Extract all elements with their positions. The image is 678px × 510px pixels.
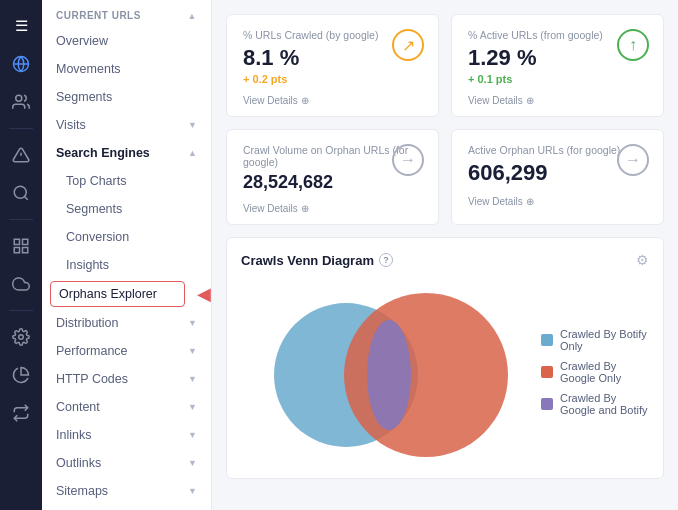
card-3-icon: → xyxy=(392,144,424,176)
venn-legend: Crawled By Botify Only Crawled By Google… xyxy=(521,328,649,416)
nav-item-orphans-explorer[interactable]: Orphans Explorer xyxy=(50,281,185,307)
card-3-view-details[interactable]: View Details ⊕ xyxy=(243,203,422,214)
view-details-1-icon: ⊕ xyxy=(301,95,309,106)
svg-rect-7 xyxy=(23,239,28,244)
nav-item-outlinks[interactable]: Outlinks ▼ xyxy=(42,449,211,477)
venn-title: Crawls Venn Diagram ? xyxy=(241,253,393,268)
card-4-view-details[interactable]: View Details ⊕ xyxy=(468,196,647,207)
users-icon[interactable] xyxy=(3,86,39,118)
nav-item-search-engines[interactable]: Search Engines ▲ xyxy=(42,139,211,167)
legend-dot-botify xyxy=(541,334,553,346)
nav-item-insights[interactable]: Insights xyxy=(42,251,211,279)
card-crawl-volume: → Crawl Volume on Orphan URLs (for googl… xyxy=(226,129,439,225)
svg-point-13 xyxy=(367,320,411,430)
legend-dot-google xyxy=(541,366,553,378)
nav-item-segments-sub[interactable]: Segments xyxy=(42,195,211,223)
svg-point-4 xyxy=(14,186,26,198)
nav-item-conversion[interactable]: Conversion xyxy=(42,223,211,251)
distribution-chevron-icon: ▼ xyxy=(188,318,197,328)
nav-item-distribution[interactable]: Distribution ▼ xyxy=(42,309,211,337)
card-active-orphan: → Active Orphan URLs (for google) 606,29… xyxy=(451,129,664,225)
nav-item-top-charts[interactable]: Top Charts xyxy=(42,167,211,195)
section-header: CURRENT URLS ▲ xyxy=(42,0,211,27)
gear-sidebar-icon[interactable] xyxy=(3,321,39,353)
menu-icon[interactable]: ☰ xyxy=(3,10,39,42)
cloud-icon[interactable] xyxy=(3,268,39,300)
legend-item-botify: Crawled By Botify Only xyxy=(541,328,649,352)
arrows-icon[interactable] xyxy=(3,397,39,429)
section-collapse-icon[interactable]: ▲ xyxy=(188,11,197,21)
svg-point-10 xyxy=(19,335,24,340)
svg-rect-8 xyxy=(23,248,28,253)
visits-chevron-icon: ▼ xyxy=(188,120,197,130)
nav-item-performance[interactable]: Performance ▼ xyxy=(42,337,211,365)
bar-chart-icon[interactable] xyxy=(3,230,39,262)
content-chevron-icon: ▼ xyxy=(188,402,197,412)
icon-sidebar: ☰ xyxy=(0,0,42,510)
svg-rect-9 xyxy=(14,248,19,253)
venn-settings-icon[interactable]: ⚙ xyxy=(636,252,649,268)
card-4-icon: → xyxy=(617,144,649,176)
nav-item-overview[interactable]: Overview xyxy=(42,27,211,55)
card-2-view-details[interactable]: View Details ⊕ xyxy=(468,95,647,106)
search-engines-chevron-icon: ▲ xyxy=(188,148,197,158)
card-2-icon: ↑ xyxy=(617,29,649,61)
main-content: ↗ % URLs Crawled (by google) 8.1 % + 0.2… xyxy=(212,0,678,510)
legend-item-google: Crawled By Google Only xyxy=(541,360,649,384)
svg-line-5 xyxy=(24,196,27,199)
svg-rect-6 xyxy=(14,239,19,244)
nav-item-inlinks[interactable]: Inlinks ▼ xyxy=(42,421,211,449)
nav-item-visits[interactable]: Visits ▼ xyxy=(42,111,211,139)
svg-point-1 xyxy=(16,95,22,101)
nav-item-sitemaps[interactable]: Sitemaps ▼ xyxy=(42,477,211,505)
legend-item-both: Crawled By Google and Botify xyxy=(541,392,649,416)
card-urls-crawled: ↗ % URLs Crawled (by google) 8.1 % + 0.2… xyxy=(226,14,439,117)
http-codes-chevron-icon: ▼ xyxy=(188,374,197,384)
magnify-icon[interactable] xyxy=(3,177,39,209)
venn-section: Crawls Venn Diagram ? ⚙ Crawled By xyxy=(226,237,664,479)
performance-chevron-icon: ▼ xyxy=(188,346,197,356)
nav-item-movements[interactable]: Movements xyxy=(42,55,211,83)
card-active-urls: ↑ % Active URLs (from google) 1.29 % + 0… xyxy=(451,14,664,117)
outlinks-chevron-icon: ▼ xyxy=(188,458,197,468)
venn-content: Crawled By Botify Only Crawled By Google… xyxy=(241,280,649,464)
nav-item-content[interactable]: Content ▼ xyxy=(42,393,211,421)
sitemaps-chevron-icon: ▼ xyxy=(188,486,197,496)
orphans-arrow-icon: ◀ xyxy=(197,283,211,305)
venn-diagram-svg xyxy=(241,280,521,464)
legend-dot-both xyxy=(541,398,553,410)
nav-item-http-codes[interactable]: HTTP Codes ▼ xyxy=(42,365,211,393)
card-3-value: 28,524,682 xyxy=(243,172,422,193)
view-details-3-icon: ⊕ xyxy=(301,203,309,214)
card-1-delta: + 0.2 pts xyxy=(243,73,422,85)
card-1-view-details[interactable]: View Details ⊕ xyxy=(243,95,422,106)
venn-header: Crawls Venn Diagram ? ⚙ xyxy=(241,252,649,268)
venn-help-icon[interactable]: ? xyxy=(379,253,393,267)
card-1-icon: ↗ xyxy=(392,29,424,61)
view-details-4-icon: ⊕ xyxy=(526,196,534,207)
nav-sidebar: CURRENT URLS ▲ Overview Movements Segmen… xyxy=(42,0,212,510)
alert-icon[interactable] xyxy=(3,139,39,171)
nav-item-segments[interactable]: Segments xyxy=(42,83,211,111)
metrics-cards-grid: ↗ % URLs Crawled (by google) 8.1 % + 0.2… xyxy=(226,14,664,225)
view-details-2-icon: ⊕ xyxy=(526,95,534,106)
inlinks-chevron-icon: ▼ xyxy=(188,430,197,440)
card-2-delta: + 0.1 pts xyxy=(468,73,647,85)
pie-chart-icon[interactable] xyxy=(3,359,39,391)
globe-icon[interactable] xyxy=(3,48,39,80)
